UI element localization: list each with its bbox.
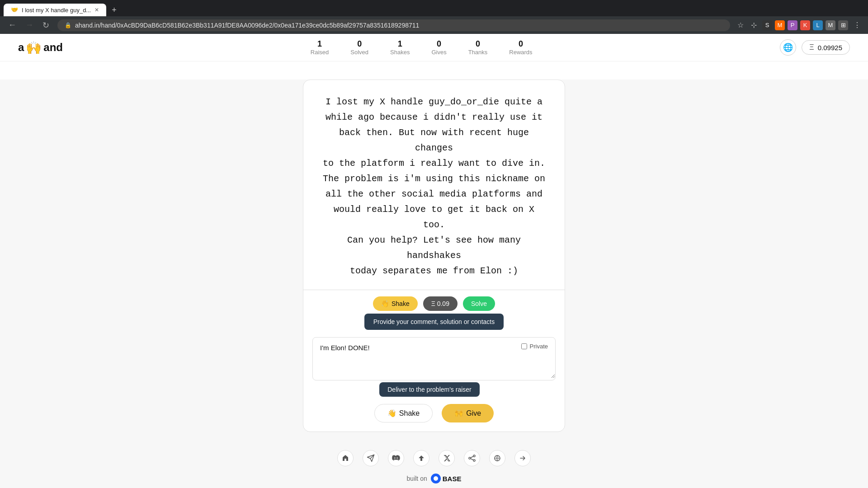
refresh-btn[interactable]: ↻ xyxy=(40,19,52,31)
shake-emoji: 👋 xyxy=(387,409,396,418)
base-circle-icon xyxy=(431,474,441,483)
svg-line-3 xyxy=(471,456,473,458)
tab-close-btn[interactable]: ✕ xyxy=(94,7,99,13)
url-text: ahand.in/hand/0xAcBD9DaB6cD581B62e3Bb311… xyxy=(75,22,419,29)
forward-btn[interactable]: → xyxy=(23,19,36,31)
ext-icon-7[interactable]: ⊞ xyxy=(838,20,848,30)
stat-gives-label: Gives xyxy=(431,49,446,56)
active-tab[interactable]: 🤝 I lost my X handle guy_d... ✕ xyxy=(4,4,106,16)
eth-amount-label: Ξ 0.09 xyxy=(431,300,449,307)
url-bar[interactable]: 🔒 ahand.in/hand/0xAcBD9DaB6cD581B62e3Bb3… xyxy=(57,19,730,31)
eth-value: 0.09925 xyxy=(818,44,842,52)
ext-icon-3[interactable]: P xyxy=(788,20,797,30)
wallet-btn[interactable]: Ξ 0.09925 xyxy=(802,40,850,55)
logo-a: a xyxy=(18,41,24,54)
stat-solved-number: 0 xyxy=(357,39,362,49)
footer-icon-x[interactable] xyxy=(439,450,455,466)
shake-btn[interactable]: 👋 Shake xyxy=(374,404,433,422)
footer-icon-telegram[interactable] xyxy=(363,450,379,466)
logo-hands-icon: 🙌 xyxy=(26,40,42,55)
back-btn[interactable]: ← xyxy=(5,19,19,31)
eth-icon: Ξ xyxy=(809,43,814,52)
address-bar: ← → ↻ 🔒 ahand.in/hand/0xAcBD9DaB6cD581B6… xyxy=(0,16,868,34)
private-checkbox[interactable]: Private xyxy=(521,343,548,350)
stat-raised-number: 1 xyxy=(317,39,322,49)
ext-icon-4[interactable]: K xyxy=(800,20,810,30)
response-textarea[interactable]: I'm Elon! DONE! xyxy=(313,338,555,378)
shake-action-label: Shake xyxy=(392,300,410,307)
post-text: I lost my X handle guy_do_or_die quite a… xyxy=(321,94,547,279)
svg-point-1 xyxy=(469,457,471,459)
footer-icon-share[interactable] xyxy=(464,450,480,466)
give-emoji: 🙌 xyxy=(454,409,463,418)
app-logo[interactable]: a 🙌 and xyxy=(18,40,63,55)
browser-actions: ☆ ⊹ S M P K L M ⊞ ⋮ xyxy=(736,19,863,31)
svg-point-2 xyxy=(473,460,475,461)
footer-built-on: built on BASE xyxy=(407,474,462,483)
stat-thanks: 0 Thanks xyxy=(468,39,488,56)
stat-rewards-label: Rewards xyxy=(509,49,532,56)
footer-icon-community[interactable] xyxy=(489,450,505,466)
ext-icon-5[interactable]: L xyxy=(813,20,823,30)
extension-icons: S M P K L M ⊞ xyxy=(762,20,848,30)
shake-btn-label: Shake xyxy=(399,409,420,418)
tooltip-container: Provide your comment, solution or contac… xyxy=(303,314,565,330)
give-shake-row: 👋 Shake 🙌 Give xyxy=(303,397,565,432)
solve-btn[interactable]: Solve xyxy=(463,296,495,311)
tab-favicon: 🤝 xyxy=(11,6,18,14)
stat-gives-number: 0 xyxy=(437,39,441,49)
footer-icon-arrow[interactable] xyxy=(514,450,531,466)
browser-chrome: 🤝 I lost my X handle guy_d... ✕ + ← → ↻ … xyxy=(0,0,868,34)
tab-bar: 🤝 I lost my X handle guy_d... ✕ + xyxy=(0,0,868,16)
logo-and: and xyxy=(43,41,63,54)
amount-btn[interactable]: Ξ 0.09 xyxy=(423,296,458,311)
give-btn-label: Give xyxy=(466,409,481,418)
bookmark-btn[interactable]: ☆ xyxy=(736,19,745,31)
share-btn[interactable]: ⊹ xyxy=(749,19,759,31)
header-stats: 1 Raised 0 Solved 1 Shakes 0 Gives 0 Tha… xyxy=(311,39,533,56)
base-label: BASE xyxy=(443,475,462,483)
post-card: I lost my X handle guy_do_or_die quite a… xyxy=(303,80,565,432)
globe-icon: 🌐 xyxy=(783,42,793,52)
footer-icon-discord[interactable] xyxy=(388,450,404,466)
menu-btn[interactable]: ⋮ xyxy=(852,19,863,31)
stat-solved-label: Solved xyxy=(350,49,368,56)
footer-icon-home[interactable] xyxy=(337,450,354,466)
new-tab-btn[interactable]: + xyxy=(108,5,120,15)
stat-shakes-number: 1 xyxy=(398,39,402,49)
header-right: 🌐 Ξ 0.09925 xyxy=(780,39,850,56)
stat-gives: 0 Gives xyxy=(431,39,446,56)
shake-icon: 👋 xyxy=(381,300,389,307)
private-input[interactable] xyxy=(521,343,527,349)
footer-icon-up[interactable] xyxy=(413,450,429,466)
action-tooltip: Provide your comment, solution or contac… xyxy=(364,314,504,330)
tab-title: I lost my X handle guy_d... xyxy=(22,7,91,14)
private-label: Private xyxy=(530,343,548,350)
footer-icons xyxy=(337,450,531,466)
built-on-text: built on xyxy=(407,475,427,482)
base-logo: BASE xyxy=(431,474,462,483)
tooltip-text: Provide your comment, solution or contac… xyxy=(373,318,495,325)
stat-shakes: 1 Shakes xyxy=(390,39,410,56)
ext-icon-2[interactable]: M xyxy=(775,20,785,30)
response-area: Private I'm Elon! DONE! xyxy=(312,337,556,380)
app-header: a 🙌 and 1 Raised 0 Solved 1 Shakes 0 Giv… xyxy=(0,34,868,61)
language-btn[interactable]: 🌐 xyxy=(780,39,796,56)
stat-shakes-label: Shakes xyxy=(390,49,410,56)
solve-label: Solve xyxy=(471,300,487,307)
nav-buttons: ← → ↻ xyxy=(5,19,52,31)
ext-icon-1[interactable]: S xyxy=(762,20,772,30)
deliver-tooltip-container: Deliver to the problem's raiser xyxy=(303,382,565,397)
deliver-tooltip-text: Deliver to the problem's raiser xyxy=(387,386,472,393)
footer: built on BASE xyxy=(303,432,565,488)
stat-thanks-number: 0 xyxy=(476,39,480,49)
shake-action-btn[interactable]: 👋 Shake xyxy=(373,296,418,311)
deliver-tooltip: Deliver to the problem's raiser xyxy=(379,382,480,397)
stat-rewards: 0 Rewards xyxy=(509,39,532,56)
give-btn[interactable]: 🙌 Give xyxy=(442,404,494,422)
action-row: 👋 Shake Ξ 0.09 Solve xyxy=(303,290,565,317)
stat-solved: 0 Solved xyxy=(350,39,368,56)
lock-icon: 🔒 xyxy=(65,22,71,28)
ext-icon-6[interactable]: M xyxy=(826,20,835,30)
stat-raised: 1 Raised xyxy=(311,39,329,56)
